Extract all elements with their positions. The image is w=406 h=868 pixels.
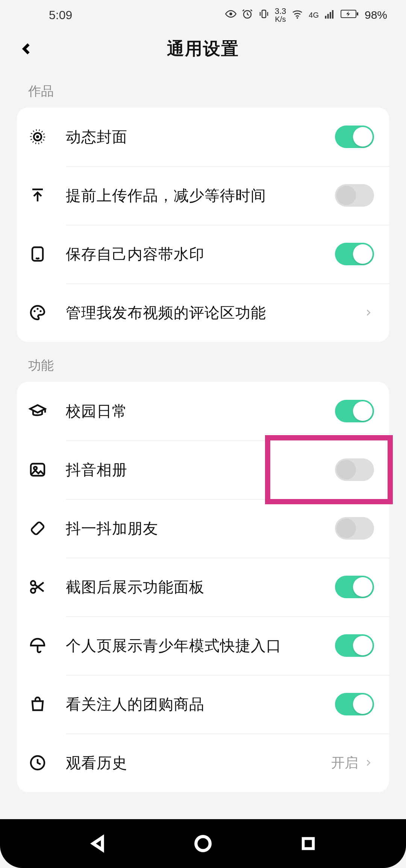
row-label: 保存自己内容带水印 [66,244,335,265]
row-screenshot-panel[interactable]: 截图后展示功能面板 [17,558,389,616]
device-icon [28,245,47,263]
eye-icon [225,8,236,22]
section-header-works: 作品 [0,68,406,107]
svg-point-12 [36,135,39,138]
row-manage-comments[interactable]: 管理我发布视频的评论区功能 [17,283,389,342]
svg-point-21 [31,588,35,593]
status-battery-pct: 98% [365,9,387,21]
page-title: 通用设置 [0,37,406,60]
row-douyin-album[interactable]: 抖音相册 [17,440,389,499]
status-bar: 5:09 3.3 K/s 4G [0,0,406,30]
row-label: 提前上传作品，减少等待时间 [66,185,335,206]
svg-point-14 [33,310,35,312]
status-data-rate: 3.3 K/s [275,7,286,23]
svg-rect-25 [303,839,314,849]
svg-rect-5 [327,14,329,19]
row-follow-groupbuy[interactable]: 看关注人的团购商品 [17,675,389,733]
section-card-works: 动态封面 提前上传作品，减少等待时间 保存自己内容带水印 管理我发布视频的评论区… [17,107,389,342]
back-button[interactable] [15,38,38,60]
row-teen-shortcut[interactable]: 个人页展示青少年模式快捷入口 [17,616,389,675]
nav-back-button[interactable] [86,832,109,855]
row-label: 观看历史 [66,753,331,773]
toggle-dynamic-cover[interactable] [335,126,374,148]
row-label: 抖音相册 [66,460,335,480]
toggle-teen-shortcut[interactable] [335,634,374,657]
chevron-right-icon [363,307,374,318]
shake-icon [28,519,47,538]
umbrella-icon [28,636,47,655]
svg-rect-7 [332,10,333,19]
row-label: 看关注人的团购商品 [66,694,335,715]
row-label: 动态封面 [66,127,335,147]
svg-rect-19 [31,522,45,535]
row-label: 个人页展示青少年模式快捷入口 [66,635,335,656]
row-label: 校园日常 [66,401,335,422]
row-label: 截图后展示功能面板 [66,577,335,597]
row-watch-history[interactable]: 观看历史 开启 [17,733,389,792]
svg-point-16 [39,310,41,312]
toggle-screenshot-panel[interactable] [335,576,374,598]
row-pre-upload[interactable]: 提前上传作品，减少等待时间 [17,166,389,225]
row-dynamic-cover[interactable]: 动态封面 [17,107,389,166]
status-time: 5:09 [49,8,72,22]
wifi-icon [291,8,303,23]
section-header-features: 功能 [0,342,406,382]
svg-point-18 [34,467,37,470]
toggle-save-watermark[interactable] [335,243,374,265]
page-header: 通用设置 [0,30,406,68]
nav-home-button[interactable] [192,832,214,855]
vibrate-icon [258,8,270,22]
row-save-watermark[interactable]: 保存自己内容带水印 [17,225,389,283]
toggle-douyin-album[interactable] [335,458,374,481]
image-icon [28,460,47,479]
row-value: 开启 [331,754,358,772]
toggle-follow-groupbuy[interactable] [335,693,374,715]
battery-icon [341,9,359,21]
svg-rect-6 [330,12,331,19]
scissors-icon [28,578,47,596]
row-label: 抖一抖加朋友 [66,518,335,539]
svg-point-20 [31,581,35,585]
svg-rect-4 [325,16,326,19]
section-card-features: 校园日常 抖音相册 抖一抖加朋友 截图后展示功能面板 [17,382,389,792]
target-icon [28,127,47,146]
clock-icon [28,753,47,772]
toggle-shake-friend[interactable] [335,517,374,540]
svg-point-24 [196,836,210,851]
palette-icon [28,303,47,322]
upload-icon [28,186,47,205]
alarm-icon [242,8,253,22]
svg-rect-9 [357,12,358,15]
toggle-campus-daily[interactable] [335,400,374,422]
status-net-label: 4G [309,11,319,20]
row-label: 管理我发布视频的评论区功能 [66,302,363,323]
system-nav-bar [0,819,406,868]
chevron-right-icon [363,757,374,768]
svg-rect-2 [262,10,266,18]
row-shake-friend[interactable]: 抖一抖加朋友 [17,499,389,558]
nav-recents-button[interactable] [297,832,320,855]
signal-icon [324,8,335,22]
bag-icon [28,695,47,714]
toggle-pre-upload[interactable] [335,184,374,207]
svg-point-15 [36,308,38,310]
graduation-cap-icon [28,402,47,420]
svg-marker-23 [93,837,103,850]
svg-point-0 [229,12,232,15]
svg-point-3 [297,17,298,18]
row-campus-daily[interactable]: 校园日常 [17,382,389,440]
